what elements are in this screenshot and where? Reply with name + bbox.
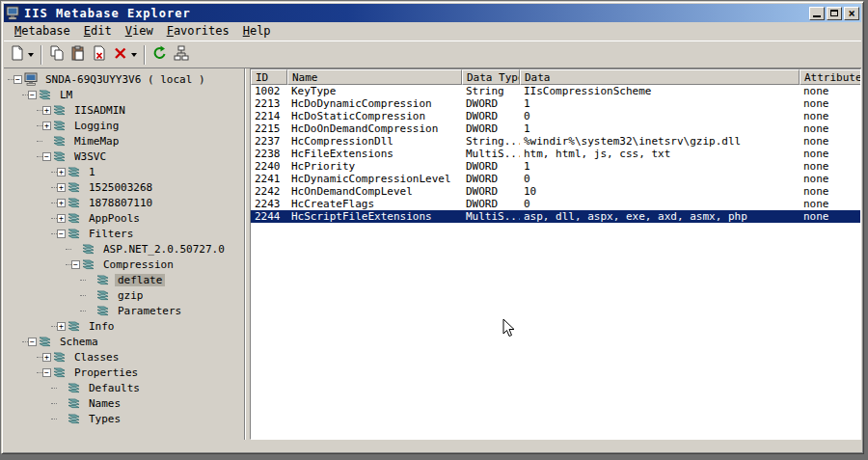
connect-button[interactable]	[171, 44, 192, 66]
menu-favorites[interactable]: Favorites	[160, 23, 236, 40]
metabase-row-1002[interactable]: 1002KeyTypeStringIIsCompressionSchemenon…	[251, 85, 860, 97]
metabase-row-2242[interactable]: 2242HcOnDemandCompLevelDWORD10none	[251, 185, 860, 198]
tree-item-label[interactable]: Types	[86, 413, 123, 425]
tree-item-parameters[interactable]: Parameters	[4, 303, 244, 318]
tree-item-label[interactable]: Classes	[71, 351, 122, 364]
tree-item-snda-69q3uyy3v6-local-[interactable]: −SNDA-69Q3UYY3V6 ( local )	[4, 71, 244, 87]
metabase-row-2244[interactable]: 2244HcScriptFileExtensionsMultiS...asp, …	[251, 210, 860, 223]
metabase-row-2243[interactable]: 2243HcCreateFlagsDWORD0none	[251, 198, 860, 210]
tree-indent	[4, 110, 37, 111]
collapse-toggle-icon[interactable]: −	[71, 260, 80, 269]
tree-item-1525003268[interactable]: +1525003268	[4, 179, 244, 195]
restore-button[interactable]	[827, 7, 842, 20]
menu-view[interactable]: View	[119, 23, 160, 40]
copy-button[interactable]	[46, 44, 68, 66]
tree-item-label[interactable]: Names	[86, 397, 123, 410]
metabase-row-2241[interactable]: 2241HcDynamicCompressionLevelDWORD0none	[251, 173, 860, 185]
cell-data-type: DWORD	[462, 122, 520, 135]
column-header-data[interactable]: Data	[520, 69, 800, 85]
collapse-toggle-icon[interactable]: −	[28, 338, 37, 346]
collapse-toggle-icon[interactable]: −	[42, 152, 51, 161]
metabase-row-2213[interactable]: 2213HcDoDynamicCompressionDWORD1none	[251, 97, 860, 110]
collapse-toggle-icon[interactable]: −	[14, 75, 22, 84]
tree-item-types[interactable]: Types	[4, 411, 244, 426]
delete-key-button[interactable]	[110, 44, 140, 66]
menu-edit[interactable]: Edit	[77, 23, 119, 40]
restore-icon	[830, 10, 838, 16]
tree-item-apppools[interactable]: +AppPools	[4, 210, 244, 226]
metabase-row-2237[interactable]: 2237HcCompressionDllString...%windir%\sy…	[251, 135, 860, 148]
expand-toggle-icon[interactable]: +	[57, 168, 66, 176]
tree-item-label[interactable]: MimeMap	[71, 135, 122, 148]
collapse-toggle-icon[interactable]: −	[28, 91, 37, 99]
tree-item-label[interactable]: 1	[86, 166, 98, 178]
tree-item-label[interactable]: 1878807110	[86, 197, 155, 209]
expand-toggle-icon[interactable]: +	[42, 122, 51, 130]
expand-toggle-icon[interactable]: +	[57, 199, 66, 207]
collapse-toggle-icon[interactable]: −	[42, 368, 51, 377]
tree-item-schema[interactable]: −Schema	[4, 334, 244, 349]
tree-item-defaults[interactable]: Defaults	[4, 380, 244, 395]
collapse-toggle-icon[interactable]: −	[57, 230, 66, 238]
expand-toggle-icon[interactable]: +	[42, 353, 51, 362]
metabase-row-2238[interactable]: 2238HcFileExtensionsMultiS...htm, html, …	[251, 148, 860, 160]
tree-item-mimemap[interactable]: MimeMap	[4, 133, 244, 149]
column-header-id[interactable]: ID	[251, 69, 287, 85]
tree-item-iisadmin[interactable]: +IISADMIN	[4, 102, 244, 118]
tree-item-names[interactable]: Names	[4, 395, 244, 411]
tree-item-w3svc[interactable]: −W3SVC	[4, 149, 244, 164]
tree-item-classes[interactable]: +Classes	[4, 349, 244, 365]
menu-help[interactable]: Help	[236, 23, 278, 40]
tree-item-asp-net-2-0-50727-0[interactable]: ASP.NET_2.0.50727.0	[4, 241, 244, 257]
tree-item-label[interactable]: ASP.NET_2.0.50727.0	[100, 243, 228, 256]
column-header-attributes[interactable]: Attributes	[800, 69, 861, 85]
cell-id: 1002	[251, 85, 287, 97]
tree-item-label[interactable]: gzip	[115, 289, 147, 302]
cell-attributes: none	[800, 148, 860, 160]
column-header-name[interactable]: Name	[287, 69, 462, 85]
metabase-row-2214[interactable]: 2214HcDoStaticCompressionDWORD0none	[251, 110, 860, 122]
metabase-row-2240[interactable]: 2240HcPriorityDWORD1none	[251, 160, 860, 173]
chevron-down-icon[interactable]	[28, 53, 34, 57]
tree-item-info[interactable]: +Info	[4, 318, 244, 334]
tree-item-lm[interactable]: −LM	[4, 87, 244, 102]
tree-item-label[interactable]: SNDA-69Q3UYY3V6 ( local )	[42, 73, 208, 86]
tree-item-label[interactable]: Info	[86, 320, 118, 333]
close-button[interactable]: ×	[844, 7, 859, 20]
delete-entry-button[interactable]	[89, 44, 110, 66]
tree-item-filters[interactable]: −Filters	[4, 226, 244, 241]
tree-item-label[interactable]: Logging	[71, 120, 122, 132]
expand-toggle-icon[interactable]: +	[57, 322, 66, 331]
tree-item-label[interactable]: Parameters	[115, 305, 184, 317]
tree-item-label[interactable]: Properties	[71, 366, 141, 379]
refresh-button[interactable]	[149, 44, 171, 66]
tree-item-label[interactable]: Filters	[86, 228, 136, 240]
tree-item-label[interactable]: Compression	[100, 258, 176, 271]
new-key-button[interactable]	[7, 44, 37, 66]
main-area: −SNDA-69Q3UYY3V6 ( local )−LM+IISADMIN+L…	[4, 68, 861, 440]
menu-metabase[interactable]: Metabase	[8, 23, 77, 40]
tree-item-1[interactable]: +1	[4, 164, 244, 179]
tree-item-label[interactable]: Schema	[57, 336, 101, 348]
tree-item-deflate[interactable]: deflate	[4, 272, 244, 287]
chevron-down-icon[interactable]	[131, 53, 137, 57]
minimize-button[interactable]	[809, 7, 825, 20]
expand-toggle-icon[interactable]: +	[42, 106, 51, 115]
tree-item-label[interactable]: deflate	[115, 274, 165, 286]
tree-item-label[interactable]: AppPools	[86, 212, 143, 225]
metabase-row-2215[interactable]: 2215HcDoOnDemandCompressionDWORD1none	[251, 122, 860, 135]
expand-toggle-icon[interactable]: +	[57, 183, 66, 192]
expand-toggle-icon[interactable]: +	[57, 214, 66, 223]
tree-item-label[interactable]: IISADMIN	[71, 104, 128, 117]
tree-item-label[interactable]: W3SVC	[71, 150, 109, 163]
tree-item-properties[interactable]: −Properties	[4, 365, 244, 380]
column-header-data-type[interactable]: Data Type	[462, 69, 520, 85]
tree-item-compression[interactable]: −Compression	[4, 257, 244, 272]
tree-item-logging[interactable]: +Logging	[4, 118, 244, 133]
tree-item-1878807110[interactable]: +1878807110	[4, 195, 244, 210]
tree-item-label[interactable]: 1525003268	[86, 181, 155, 194]
paste-button[interactable]	[68, 44, 89, 66]
tree-item-gzip[interactable]: gzip	[4, 287, 244, 303]
tree-item-label[interactable]: Defaults	[86, 382, 143, 394]
tree-item-label[interactable]: LM	[57, 89, 75, 101]
